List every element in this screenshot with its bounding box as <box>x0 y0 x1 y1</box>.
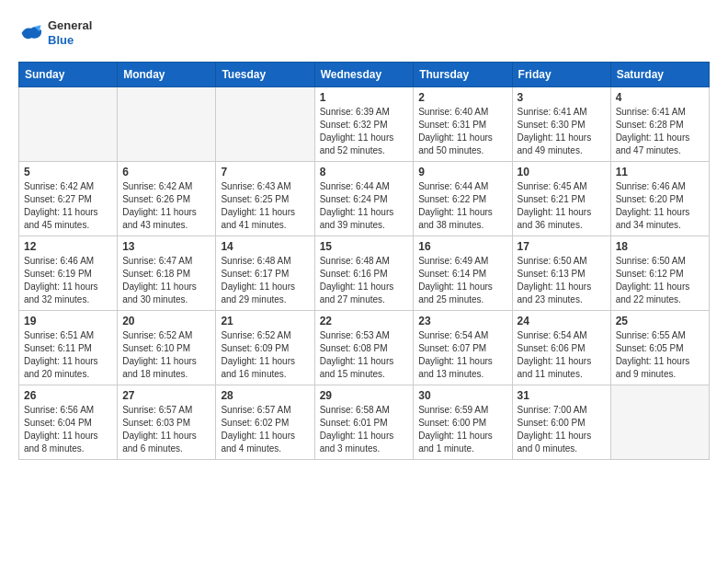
calendar-cell: 6Sunrise: 6:42 AM Sunset: 6:26 PM Daylig… <box>118 162 216 236</box>
week-row: 26Sunrise: 6:56 AM Sunset: 6:04 PM Dayli… <box>19 385 710 460</box>
day-number: 1 <box>320 91 409 104</box>
day-number: 10 <box>518 166 606 178</box>
day-number: 18 <box>616 240 704 253</box>
day-info: Sunrise: 6:57 AM Sunset: 6:02 PM Dayligh… <box>221 404 309 455</box>
calendar-cell: 29Sunrise: 6:58 AM Sunset: 6:01 PM Dayli… <box>314 385 414 460</box>
day-number: 5 <box>24 166 112 178</box>
logo-icon <box>18 20 44 46</box>
day-info: Sunrise: 6:55 AM Sunset: 6:05 PM Dayligh… <box>616 329 704 381</box>
day-number: 23 <box>418 315 506 327</box>
calendar-cell <box>118 87 216 162</box>
day-number: 13 <box>122 240 210 253</box>
calendar-cell: 17Sunrise: 6:50 AM Sunset: 6:13 PM Dayli… <box>512 236 610 311</box>
day-info: Sunrise: 6:42 AM Sunset: 6:26 PM Dayligh… <box>122 180 210 232</box>
logo: General Blue <box>18 18 92 47</box>
calendar-cell: 15Sunrise: 6:48 AM Sunset: 6:16 PM Dayli… <box>314 236 414 311</box>
day-info: Sunrise: 6:46 AM Sunset: 6:20 PM Dayligh… <box>616 180 704 232</box>
day-info: Sunrise: 6:52 AM Sunset: 6:09 PM Dayligh… <box>221 329 309 381</box>
calendar-cell: 19Sunrise: 6:51 AM Sunset: 6:11 PM Dayli… <box>19 311 118 385</box>
day-info: Sunrise: 6:54 AM Sunset: 6:06 PM Dayligh… <box>518 329 606 381</box>
day-info: Sunrise: 6:53 AM Sunset: 6:08 PM Dayligh… <box>320 329 409 381</box>
day-info: Sunrise: 6:54 AM Sunset: 6:07 PM Dayligh… <box>418 329 506 381</box>
day-info: Sunrise: 6:58 AM Sunset: 6:01 PM Dayligh… <box>320 404 409 455</box>
calendar-cell <box>19 87 118 162</box>
week-row: 19Sunrise: 6:51 AM Sunset: 6:11 PM Dayli… <box>19 311 710 385</box>
week-row: 5Sunrise: 6:42 AM Sunset: 6:27 PM Daylig… <box>19 162 710 236</box>
calendar-cell: 31Sunrise: 7:00 AM Sunset: 6:00 PM Dayli… <box>512 385 610 460</box>
day-number: 25 <box>616 315 704 327</box>
day-number: 28 <box>221 389 309 402</box>
calendar-cell: 23Sunrise: 6:54 AM Sunset: 6:07 PM Dayli… <box>414 311 512 385</box>
day-number: 31 <box>518 389 606 402</box>
day-info: Sunrise: 6:48 AM Sunset: 6:16 PM Dayligh… <box>320 255 409 306</box>
page-header: General Blue <box>18 18 710 47</box>
calendar-cell: 25Sunrise: 6:55 AM Sunset: 6:05 PM Dayli… <box>610 311 709 385</box>
day-number: 22 <box>320 315 409 327</box>
day-number: 17 <box>518 240 606 253</box>
calendar-cell: 14Sunrise: 6:48 AM Sunset: 6:17 PM Dayli… <box>216 236 314 311</box>
day-info: Sunrise: 6:42 AM Sunset: 6:27 PM Dayligh… <box>24 180 112 232</box>
day-number: 8 <box>320 166 409 178</box>
calendar-cell: 28Sunrise: 6:57 AM Sunset: 6:02 PM Dayli… <box>216 385 314 460</box>
day-number: 15 <box>320 240 409 253</box>
day-number: 4 <box>616 91 704 104</box>
week-row: 1Sunrise: 6:39 AM Sunset: 6:32 PM Daylig… <box>19 87 710 162</box>
weekday-header: Monday <box>118 63 216 87</box>
day-info: Sunrise: 6:49 AM Sunset: 6:14 PM Dayligh… <box>418 255 506 306</box>
calendar-cell: 26Sunrise: 6:56 AM Sunset: 6:04 PM Dayli… <box>19 385 118 460</box>
day-number: 27 <box>122 389 210 402</box>
day-number: 11 <box>616 166 704 178</box>
calendar-cell: 10Sunrise: 6:45 AM Sunset: 6:21 PM Dayli… <box>512 162 610 236</box>
logo-text: General Blue <box>48 18 92 47</box>
day-info: Sunrise: 6:46 AM Sunset: 6:19 PM Dayligh… <box>24 255 112 306</box>
day-info: Sunrise: 6:56 AM Sunset: 6:04 PM Dayligh… <box>24 404 112 455</box>
week-row: 12Sunrise: 6:46 AM Sunset: 6:19 PM Dayli… <box>19 236 710 311</box>
calendar-cell: 27Sunrise: 6:57 AM Sunset: 6:03 PM Dayli… <box>118 385 216 460</box>
calendar-cell: 20Sunrise: 6:52 AM Sunset: 6:10 PM Dayli… <box>118 311 216 385</box>
weekday-header: Wednesday <box>314 63 414 87</box>
calendar-cell: 3Sunrise: 6:41 AM Sunset: 6:30 PM Daylig… <box>512 87 610 162</box>
calendar-cell: 4Sunrise: 6:41 AM Sunset: 6:28 PM Daylig… <box>610 87 709 162</box>
day-number: 2 <box>418 91 506 104</box>
calendar-cell: 13Sunrise: 6:47 AM Sunset: 6:18 PM Dayli… <box>118 236 216 311</box>
weekday-header: Saturday <box>610 63 709 87</box>
calendar-table: SundayMondayTuesdayWednesdayThursdayFrid… <box>18 62 710 460</box>
weekday-header: Friday <box>512 63 610 87</box>
day-info: Sunrise: 6:50 AM Sunset: 6:13 PM Dayligh… <box>518 255 606 306</box>
calendar-cell: 5Sunrise: 6:42 AM Sunset: 6:27 PM Daylig… <box>19 162 118 236</box>
day-info: Sunrise: 6:47 AM Sunset: 6:18 PM Dayligh… <box>122 255 210 306</box>
calendar-cell: 7Sunrise: 6:43 AM Sunset: 6:25 PM Daylig… <box>216 162 314 236</box>
day-info: Sunrise: 6:44 AM Sunset: 6:22 PM Dayligh… <box>418 180 506 232</box>
calendar-cell: 1Sunrise: 6:39 AM Sunset: 6:32 PM Daylig… <box>314 87 414 162</box>
day-number: 26 <box>24 389 112 402</box>
weekday-header: Tuesday <box>216 63 314 87</box>
calendar-cell: 18Sunrise: 6:50 AM Sunset: 6:12 PM Dayli… <box>610 236 709 311</box>
day-info: Sunrise: 6:39 AM Sunset: 6:32 PM Dayligh… <box>320 106 409 157</box>
day-number: 14 <box>221 240 309 253</box>
day-number: 6 <box>122 166 210 178</box>
day-info: Sunrise: 6:41 AM Sunset: 6:30 PM Dayligh… <box>518 106 606 157</box>
day-number: 12 <box>24 240 112 253</box>
weekday-header: Sunday <box>19 63 118 87</box>
day-info: Sunrise: 6:44 AM Sunset: 6:24 PM Dayligh… <box>320 180 409 232</box>
calendar-cell: 30Sunrise: 6:59 AM Sunset: 6:00 PM Dayli… <box>414 385 512 460</box>
calendar-cell: 11Sunrise: 6:46 AM Sunset: 6:20 PM Dayli… <box>610 162 709 236</box>
day-number: 7 <box>221 166 309 178</box>
day-number: 30 <box>418 389 506 402</box>
day-number: 24 <box>518 315 606 327</box>
calendar-cell: 21Sunrise: 6:52 AM Sunset: 6:09 PM Dayli… <box>216 311 314 385</box>
calendar-cell: 22Sunrise: 6:53 AM Sunset: 6:08 PM Dayli… <box>314 311 414 385</box>
calendar-cell: 2Sunrise: 6:40 AM Sunset: 6:31 PM Daylig… <box>414 87 512 162</box>
day-info: Sunrise: 7:00 AM Sunset: 6:00 PM Dayligh… <box>518 404 606 455</box>
day-number: 3 <box>518 91 606 104</box>
day-number: 20 <box>122 315 210 327</box>
day-info: Sunrise: 6:51 AM Sunset: 6:11 PM Dayligh… <box>24 329 112 381</box>
day-number: 16 <box>418 240 506 253</box>
day-info: Sunrise: 6:57 AM Sunset: 6:03 PM Dayligh… <box>122 404 210 455</box>
day-info: Sunrise: 6:43 AM Sunset: 6:25 PM Dayligh… <box>221 180 309 232</box>
calendar-cell: 16Sunrise: 6:49 AM Sunset: 6:14 PM Dayli… <box>414 236 512 311</box>
weekday-header-row: SundayMondayTuesdayWednesdayThursdayFrid… <box>19 63 710 87</box>
day-info: Sunrise: 6:59 AM Sunset: 6:00 PM Dayligh… <box>418 404 506 455</box>
calendar-cell: 24Sunrise: 6:54 AM Sunset: 6:06 PM Dayli… <box>512 311 610 385</box>
calendar-cell: 9Sunrise: 6:44 AM Sunset: 6:22 PM Daylig… <box>414 162 512 236</box>
